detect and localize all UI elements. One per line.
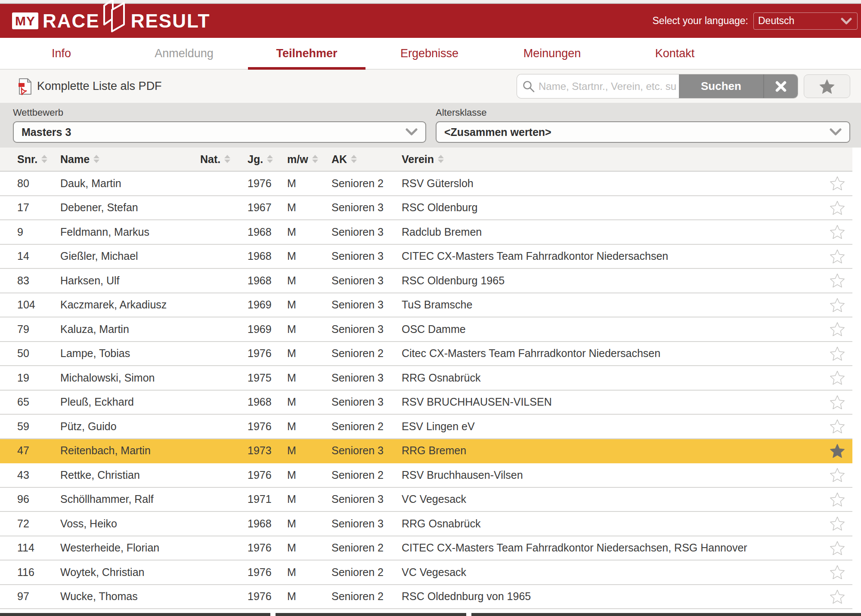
cell-favorite [822, 346, 852, 361]
favorite-star-icon[interactable] [830, 589, 845, 604]
cell-snr: 116 [17, 566, 60, 579]
tab-anmeldung[interactable]: Anmeldung [123, 38, 245, 69]
table-row[interactable]: 72 Voss, Heiko 1968 M Senioren 3 RRG Osn… [0, 512, 852, 536]
table-row[interactable]: 96 Schöllhammer, Ralf 1971 M Senioren 3 … [0, 488, 852, 512]
search-group: Suchen [517, 74, 798, 98]
favorite-star-icon[interactable] [830, 419, 845, 434]
table-row[interactable]: 114 Westerheide, Florian 1976 M Senioren… [0, 536, 852, 561]
table-row[interactable]: 116 Woytek, Christian 1976 M Senioren 2 … [0, 561, 852, 585]
altersklasse-select[interactable]: <Zusammen werten> [436, 121, 850, 143]
cell-ak: Senioren 2 [331, 566, 402, 579]
wettbewerb-select[interactable]: Masters 3 [13, 121, 426, 143]
column-header-name[interactable]: Name [60, 153, 200, 166]
favorite-star-icon[interactable] [830, 200, 845, 216]
cell-snr: 43 [17, 469, 60, 481]
cell-snr: 47 [17, 444, 60, 457]
table-row[interactable]: 9 Feldmann, Markus 1968 M Senioren 3 Rad… [0, 220, 852, 245]
cell-ak: Senioren 3 [331, 250, 402, 262]
cell-name: Schöllhammer, Ralf [60, 493, 200, 505]
altersklasse-select-value: <Zusammen werten> [444, 126, 551, 139]
sort-icon [351, 155, 357, 163]
favorite-star-icon[interactable] [830, 321, 845, 337]
table-row[interactable]: 43 Rettke, Christian 1976 M Senioren 2 R… [0, 463, 852, 488]
cell-favorite [822, 443, 852, 459]
clear-search-button[interactable] [763, 74, 798, 98]
table-row[interactable]: 65 Pleuß, Eckhard 1968 M Senioren 3 RSV … [0, 391, 852, 415]
table-row[interactable]: 97 Wucke, Thomas 1976 M Senioren 2 RSC O… [0, 585, 852, 610]
table-row[interactable]: 79 Kaluza, Martin 1969 M Senioren 3 OSC … [0, 317, 852, 342]
cell-jg: 1976 [248, 177, 287, 190]
table-row[interactable]: 50 Lampe, Tobias 1976 M Senioren 2 Citec… [0, 342, 852, 367]
favorite-star-icon[interactable] [830, 370, 845, 385]
table-row[interactable]: 104 Kaczmarek, Arkadiusz 1969 M Senioren… [0, 293, 852, 318]
column-header-nat[interactable]: Nat. [200, 153, 248, 166]
favorite-star-icon[interactable] [830, 224, 845, 240]
cell-favorite [822, 370, 852, 385]
cell-jg: 1968 [248, 517, 287, 530]
table-row[interactable]: 17 Debener, Stefan 1967 M Senioren 3 RSC… [0, 196, 852, 221]
table-row[interactable]: 83 Harksen, Ulf 1968 M Senioren 3 RSC Ol… [0, 269, 852, 293]
cell-snr: 65 [17, 396, 60, 408]
cell-verein: RRG Osnabrück [402, 517, 822, 530]
tab-kontakt[interactable]: Kontakt [613, 38, 736, 69]
favorite-star-icon[interactable] [830, 394, 845, 410]
cell-verein: RSC Oldenburg 1965 [402, 274, 822, 287]
cell-snr: 79 [17, 323, 60, 336]
cell-snr: 96 [17, 493, 60, 505]
tab-teilnehmer[interactable]: Teilnehmer [245, 38, 368, 69]
altersklasse-label: Altersklasse [436, 107, 850, 118]
footer-segment [0, 613, 270, 616]
cell-mw: M [287, 590, 331, 603]
cell-jg: 1968 [248, 274, 287, 287]
favorite-star-icon[interactable] [830, 176, 845, 191]
cell-jg: 1976 [248, 542, 287, 554]
table-row[interactable]: 14 Gießler, Michael 1968 M Senioren 3 CI… [0, 245, 852, 269]
tab-ergebnisse[interactable]: Ergebnisse [368, 38, 491, 69]
cell-mw: M [287, 469, 331, 481]
cell-favorite [822, 540, 852, 556]
cell-ak: Senioren 3 [331, 517, 402, 530]
favorite-star-icon[interactable] [830, 492, 845, 507]
favorite-star-icon[interactable] [830, 540, 845, 556]
cell-name: Lampe, Tobias [60, 347, 200, 360]
cell-name: Kaczmarek, Arkadiusz [60, 299, 200, 311]
cell-verein: TuS Bramsche [402, 299, 822, 311]
favorite-star-icon[interactable] [830, 467, 845, 483]
column-header-mw[interactable]: m/w [287, 153, 331, 166]
cell-ak: Senioren 3 [331, 323, 402, 336]
star-icon [819, 78, 835, 95]
column-header-ak[interactable]: AK [331, 153, 402, 166]
favorite-star-icon[interactable] [830, 249, 845, 264]
favorite-star-icon[interactable] [830, 273, 845, 288]
favorites-filter-button[interactable] [804, 74, 850, 98]
table-row[interactable]: 47 Reitenbach, Martin 1973 M Senioren 3 … [0, 439, 852, 464]
table-row[interactable]: 59 Pütz, Guido 1976 M Senioren 2 ESV Lin… [0, 415, 852, 439]
cell-ak: Senioren 3 [331, 299, 402, 311]
favorite-star-icon[interactable] [830, 443, 845, 459]
table-row[interactable]: 19 Michalowski, Simon 1975 M Senioren 3 … [0, 366, 852, 391]
pdf-link-label: Komplette Liste als PDF [37, 80, 162, 93]
cell-snr: 104 [17, 299, 60, 311]
cell-jg: 1976 [248, 566, 287, 579]
raceresult-flag-icon [102, 0, 127, 32]
language-select[interactable]: Deutsch [753, 12, 858, 30]
favorite-star-icon[interactable] [830, 346, 845, 361]
browser-edge-strip [0, 0, 861, 4]
cell-verein: VC Vegesack [402, 566, 822, 579]
column-header-jg[interactable]: Jg. [248, 153, 287, 166]
favorite-star-icon[interactable] [830, 516, 845, 531]
column-header-verein[interactable]: Verein [402, 153, 822, 166]
pdf-download-link[interactable]: Komplette Liste als PDF [18, 78, 162, 95]
brand-logo: MY RACE RESULT [12, 10, 210, 32]
cell-ak: Senioren 3 [331, 493, 402, 505]
favorite-star-icon[interactable] [830, 297, 845, 313]
column-header-snr[interactable]: Snr. [17, 153, 60, 166]
favorite-star-icon[interactable] [830, 564, 845, 580]
cell-favorite [822, 297, 852, 313]
cell-verein: RSV Bruchhausen-Vilsen [402, 469, 822, 481]
tab-meinungen[interactable]: Meinungen [491, 38, 613, 69]
search-button[interactable]: Suchen [679, 74, 763, 98]
tab-info[interactable]: Info [0, 38, 123, 69]
search-input[interactable] [539, 80, 676, 92]
table-row[interactable]: 80 Dauk, Martin 1976 M Senioren 2 RSV Gü… [0, 172, 852, 196]
